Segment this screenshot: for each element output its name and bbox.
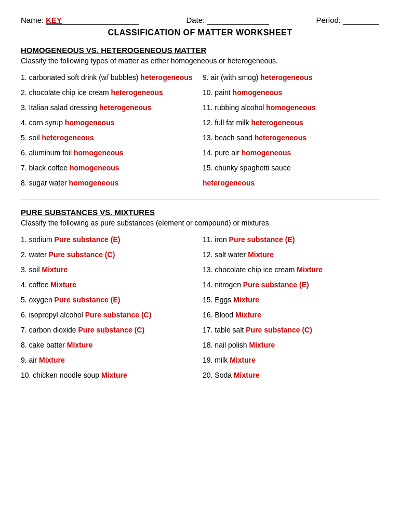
answer: Pure substance (E) — [229, 235, 295, 244]
date-value — [207, 16, 269, 25]
list-item: heterogeneous — [203, 176, 379, 191]
list-item: 15. Eggs Mixture — [203, 292, 379, 308]
answer: Pure substance (E) — [55, 296, 121, 304]
list-item: 14. pure air homogeneous — [203, 145, 379, 161]
section1: HOMOGENEOUS VS. HETEROGENEOUS MATTER Cla… — [21, 46, 379, 191]
list-item: 6. aluminum foil homogeneous — [21, 145, 197, 161]
date-field: Date: — [186, 16, 269, 25]
answer: Pure substance (C) — [78, 326, 145, 334]
item-number: 8. sugar water — [21, 179, 67, 187]
item-number: 17. table salt — [203, 326, 244, 334]
item-number: 6. aluminum foil — [21, 149, 72, 157]
list-item: 4. corn syrup homogeneous — [21, 115, 197, 130]
answer: Mixture — [233, 296, 259, 304]
answer: Mixture — [39, 356, 65, 364]
item-number: 11. iron — [203, 235, 227, 244]
list-item: 2. water Pure substance (C) — [21, 247, 197, 262]
item-number: 14. nitrogen — [203, 281, 241, 289]
section1-instruction: Classify the following types of matter a… — [21, 57, 379, 65]
item-number: 10. paint — [203, 88, 231, 97]
item-number: 11. rubbing alcohol — [203, 103, 264, 112]
period-label: Period: — [316, 16, 341, 24]
answer: Pure substance (C) — [246, 326, 312, 334]
answer: homogeneous — [74, 149, 124, 157]
item-number: 13. chocolate chip ice cream — [203, 265, 295, 274]
item-number: 7. black coffee — [21, 164, 68, 172]
item-number: 16. Blood — [203, 311, 233, 319]
answer: Mixture — [297, 265, 323, 274]
list-item: 5. soil heterogeneous — [21, 130, 197, 145]
item-number: 6. isopropyl alcohol — [21, 311, 83, 319]
item-number: 10. chicken noodle soup — [21, 371, 99, 379]
item-number: 5. soil — [21, 134, 40, 142]
answer: Mixture — [230, 356, 256, 364]
list-item: 11. rubbing alcohol homogeneous — [203, 100, 379, 115]
list-item: 5. oxygen Pure substance (E) — [21, 292, 197, 308]
page-title: CLASSIFICATION OF MATTER WORKSHEET — [21, 28, 379, 37]
answer: heterogeneous — [42, 134, 94, 142]
list-item: 1. carbonated soft drink (w/ bubbles) he… — [21, 70, 197, 85]
answer: homogeneous — [69, 179, 119, 187]
item-number: 15. chunky spaghetti sauce — [203, 164, 291, 172]
item-number: 15. Eggs — [203, 296, 231, 304]
list-item: 16. Blood Mixture — [203, 308, 379, 323]
item-number: 4. coffee — [21, 281, 48, 289]
item-number: 1. sodium — [21, 235, 52, 244]
list-item: 20. Soda Mixture — [203, 368, 379, 383]
section-divider — [21, 199, 379, 200]
item-number: 7. carbon dioxide — [21, 326, 76, 334]
item-number: 14. pure air — [203, 149, 239, 157]
answer: Mixture — [50, 281, 76, 289]
item-number: 3. soil — [21, 265, 40, 274]
answer: Pure substance (E) — [55, 235, 121, 244]
name-label: Name: — [21, 16, 44, 24]
answer: Mixture — [248, 250, 274, 259]
section1-title: HOMOGENEOUS VS. HETEROGENEOUS MATTER — [21, 46, 379, 55]
answer: heterogeneous — [255, 134, 306, 142]
item-number: 20. Soda — [203, 371, 232, 379]
answer: homogeneous — [233, 88, 283, 97]
list-item: 2. chocolate chip ice cream heterogeneou… — [21, 85, 197, 100]
list-item: 18. nail polish Mixture — [203, 338, 379, 353]
list-item: 17. table salt Pure substance (C) — [203, 323, 379, 338]
answer: Mixture — [101, 371, 127, 379]
list-item: 12. salt water Mixture — [203, 247, 379, 262]
item-number: 4. corn syrup — [21, 118, 63, 127]
answer: heterogeneous — [203, 179, 255, 187]
answer: homogeneous — [70, 164, 119, 172]
answer: Mixture — [235, 311, 261, 319]
answer: heterogeneous — [260, 73, 312, 82]
header: Name: KEY Date: Period: — [21, 16, 379, 25]
answer: Mixture — [42, 265, 68, 274]
section2-instruction: Classify the following as pure substance… — [21, 219, 379, 227]
period-field: Period: — [316, 16, 379, 25]
item-number: 5. oxygen — [21, 296, 52, 304]
item-number: 1. carbonated soft drink (w/ bubbles) — [21, 73, 138, 82]
item-number: 8. cake batter — [21, 341, 65, 349]
list-item: 4. coffee Mixture — [21, 277, 197, 292]
date-label: Date: — [186, 16, 205, 24]
section2-grid: 1. sodium Pure substance (E)11. iron Pur… — [21, 232, 379, 383]
answer: homogeneous — [266, 103, 316, 112]
list-item: 10. chicken noodle soup Mixture — [21, 368, 197, 383]
list-item: 6. isopropyl alcohol Pure substance (C) — [21, 308, 197, 323]
answer: Mixture — [249, 341, 275, 349]
list-item: 13. chocolate chip ice cream Mixture — [203, 262, 379, 277]
section1-grid: 1. carbonated soft drink (w/ bubbles) he… — [21, 70, 379, 191]
item-number: 13. beach sand — [203, 134, 252, 142]
list-item: 10. paint homogeneous — [203, 85, 379, 100]
answer: Pure substance (C) — [49, 250, 115, 259]
list-item: 13. beach sand heterogeneous — [203, 130, 379, 145]
list-item: 19. milk Mixture — [203, 353, 379, 368]
answer: heterogeneous — [99, 103, 151, 112]
list-item: 8. cake batter Mixture — [21, 338, 197, 353]
item-number: 12. full fat milk — [203, 118, 249, 127]
list-item: 1. sodium Pure substance (E) — [21, 232, 197, 247]
item-number: 2. chocolate chip ice cream — [21, 88, 109, 97]
name-value: KEY — [46, 16, 139, 25]
item-number: 9. air (with smog) — [203, 73, 258, 82]
answer: Pure substance (E) — [243, 281, 309, 289]
section2-title: PURE SUBSTANCES VS. MIXTURES — [21, 208, 379, 217]
item-number: 2. water — [21, 250, 47, 259]
list-item: 7. carbon dioxide Pure substance (C) — [21, 323, 197, 338]
